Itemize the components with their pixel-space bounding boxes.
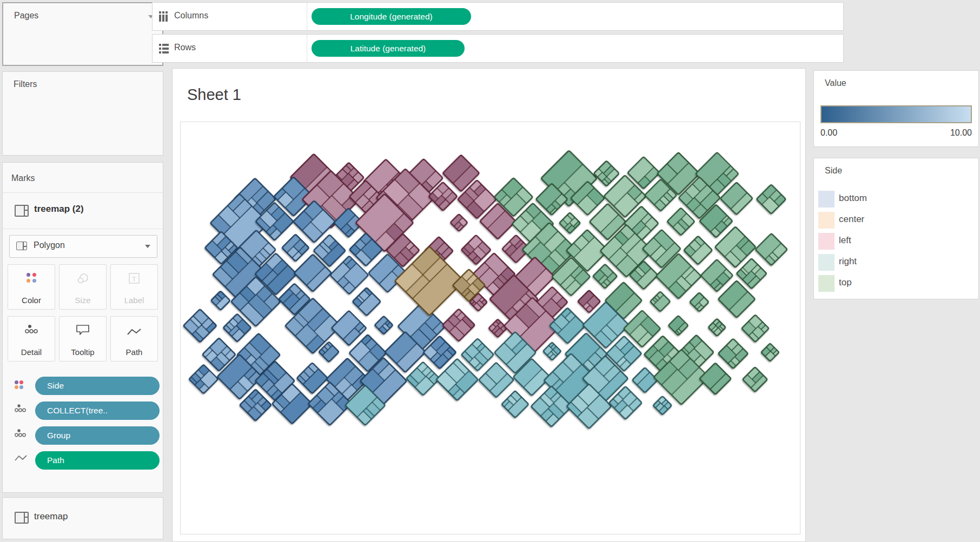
legend-item-center[interactable]: center bbox=[814, 211, 978, 231]
value-legend-card[interactable]: Value 0.00 10.00 bbox=[813, 70, 979, 147]
label-icon: T bbox=[128, 272, 140, 286]
polygon-icon bbox=[16, 242, 27, 250]
pill-group[interactable]: Group bbox=[35, 426, 160, 445]
color-icon bbox=[26, 272, 37, 283]
pill-longitude-generated[interactable]: Longitude (generated) bbox=[312, 8, 471, 25]
path-icon bbox=[127, 327, 142, 338]
svg-text:T: T bbox=[132, 275, 136, 283]
marks-card: Marks treemap (2) Polygon Color bbox=[2, 162, 163, 493]
mark-type-dropdown[interactable]: Polygon bbox=[9, 235, 157, 258]
legend-item-top[interactable]: top bbox=[814, 274, 978, 295]
side-legend-title: Side bbox=[825, 166, 842, 176]
treemap-icon bbox=[15, 512, 29, 524]
color-icon bbox=[15, 380, 27, 391]
detail-button[interactable]: Detail bbox=[8, 316, 55, 362]
columns-label: Columns bbox=[174, 11, 208, 21]
label-button-label: Label bbox=[111, 296, 157, 305]
marks-layer-label: treemap bbox=[34, 511, 68, 522]
legend-item-bottom[interactable]: bottom bbox=[814, 190, 978, 210]
side-legend-card: Side bottom center left right top bbox=[813, 158, 979, 299]
swatch-bottom bbox=[818, 191, 835, 208]
legend-label: center bbox=[839, 214, 864, 225]
columns-shelf[interactable]: Columns Longitude (generated) bbox=[152, 2, 844, 31]
filters-title: Filters bbox=[14, 79, 37, 89]
pages-title: Pages bbox=[14, 11, 38, 21]
filters-card[interactable]: Filters bbox=[2, 71, 163, 156]
mark-type-label: Polygon bbox=[34, 240, 65, 250]
legend-label: top bbox=[839, 277, 852, 288]
pages-card[interactable]: Pages bbox=[2, 2, 163, 66]
divider bbox=[307, 3, 307, 30]
treemap-viz[interactable] bbox=[181, 122, 800, 534]
pill-path[interactable]: Path bbox=[35, 451, 160, 470]
pill-side[interactable]: Side bbox=[35, 377, 160, 395]
size-button-label: Size bbox=[59, 296, 106, 305]
plot-area[interactable] bbox=[180, 122, 800, 534]
rows-shelf[interactable]: Rows Latitude (generated) bbox=[152, 34, 844, 63]
marks-layer-treemap-2[interactable]: treemap (2) bbox=[3, 193, 163, 229]
label-button[interactable]: T Label bbox=[110, 264, 158, 310]
tooltip-button-label: Tooltip bbox=[59, 347, 106, 357]
columns-icon bbox=[159, 11, 169, 22]
color-button-label: Color bbox=[8, 296, 55, 305]
detail-button-label: Detail bbox=[8, 347, 55, 357]
path-button-label: Path bbox=[111, 347, 157, 357]
sheet-card: Sheet 1 bbox=[172, 68, 806, 542]
color-button[interactable]: Color bbox=[8, 264, 55, 310]
value-max-label: 10.00 bbox=[950, 128, 972, 138]
tooltip-icon bbox=[76, 324, 90, 338]
treemap-icon bbox=[15, 205, 29, 217]
detail-icon bbox=[15, 429, 27, 439]
sheet-title: Sheet 1 bbox=[187, 86, 241, 104]
size-button[interactable]: Size bbox=[59, 264, 107, 310]
path-button[interactable]: Path bbox=[110, 316, 158, 362]
legend-label: right bbox=[839, 256, 857, 267]
pill-latitude-generated[interactable]: Latitude (generated) bbox=[312, 40, 465, 57]
detail-icon bbox=[15, 404, 27, 414]
legend-label: bottom bbox=[839, 193, 867, 204]
swatch-top bbox=[818, 275, 835, 292]
value-legend-title: Value bbox=[825, 78, 846, 88]
value-min-label: 0.00 bbox=[820, 128, 837, 138]
swatch-center bbox=[818, 212, 835, 229]
path-icon bbox=[15, 454, 27, 465]
legend-label: left bbox=[839, 235, 851, 246]
swatch-left bbox=[818, 233, 835, 250]
size-icon bbox=[76, 272, 89, 287]
divider bbox=[307, 35, 307, 62]
value-gradient-ramp[interactable] bbox=[820, 105, 972, 123]
legend-item-left[interactable]: left bbox=[814, 232, 978, 252]
marks-title: Marks bbox=[11, 173, 35, 183]
chevron-down-icon bbox=[145, 245, 150, 248]
tooltip-button[interactable]: Tooltip bbox=[59, 316, 107, 362]
marks-layer-treemap[interactable]: treemap bbox=[2, 497, 163, 539]
detail-icon bbox=[25, 324, 38, 337]
pill-collect-tree[interactable]: COLLECT(tree.. bbox=[35, 402, 160, 420]
tableau-workspace: Pages Filters Marks treemap (2) Polygon … bbox=[0, 0, 980, 542]
swatch-right bbox=[818, 254, 835, 271]
marks-layer-label: treemap (2) bbox=[34, 204, 84, 215]
rows-label: Rows bbox=[174, 43, 196, 52]
legend-item-right[interactable]: right bbox=[814, 253, 978, 273]
rows-icon bbox=[159, 43, 169, 54]
